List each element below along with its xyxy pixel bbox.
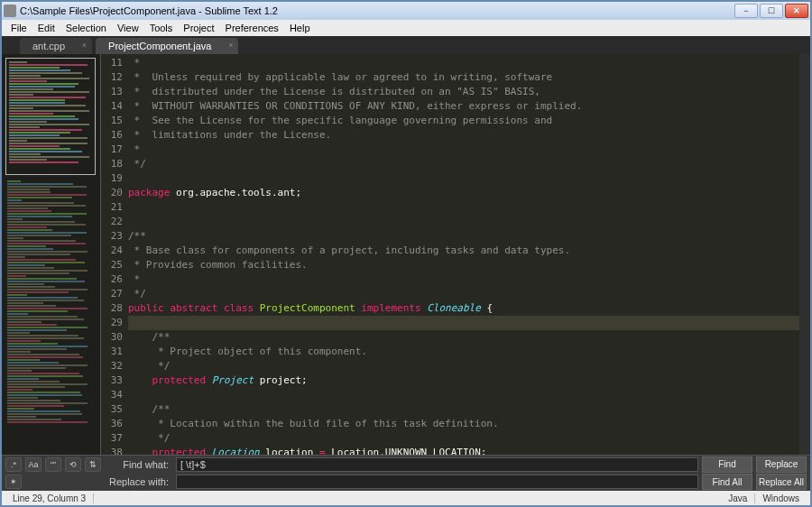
window-buttons: − ☐ ✕: [734, 4, 808, 18]
code-line[interactable]: /**: [128, 402, 799, 417]
code-editor[interactable]: 1112131415161718192021222324252627282930…: [101, 54, 810, 455]
line-number: 30: [101, 330, 128, 345]
menu-help[interactable]: Help: [284, 23, 316, 33]
code-line[interactable]: * limitations under the License.: [128, 128, 799, 143]
minimap-viewport[interactable]: [5, 58, 96, 175]
line-gutter: 1112131415161718192021222324252627282930…: [101, 54, 128, 455]
line-number: 12: [101, 70, 128, 85]
code-line[interactable]: * WITHOUT WARRANTIES OR CONDITIONS OF AN…: [128, 99, 799, 114]
menu-edit[interactable]: Edit: [32, 23, 60, 33]
line-number: 27: [101, 287, 128, 301]
code-line[interactable]: *: [128, 143, 799, 157]
line-number: 17: [101, 143, 128, 157]
wrap-toggle[interactable]: ⟲: [65, 457, 81, 472]
code-line[interactable]: */: [128, 157, 799, 171]
find-row: .* Aa “” ⟲ ⇅ Find what: Find Replace: [2, 456, 810, 474]
code-line[interactable]: protected Project project;: [128, 373, 799, 388]
code-line[interactable]: * Unless required by applicable law or a…: [128, 70, 799, 85]
line-number: 14: [101, 99, 128, 114]
menu-preferences[interactable]: Preferences: [220, 23, 284, 33]
code-line[interactable]: */: [128, 287, 799, 301]
minimap[interactable]: [2, 54, 101, 455]
code-line[interactable]: * Provides common facilities.: [128, 258, 799, 272]
line-number: 11: [101, 56, 128, 70]
find-button[interactable]: Find: [702, 456, 752, 473]
line-number: 20: [101, 186, 128, 200]
status-syntax[interactable]: Java: [721, 493, 755, 503]
code-line[interactable]: public abstract class ProjectComponent i…: [128, 301, 799, 316]
code-line[interactable]: * Base class for components of a project…: [128, 244, 799, 258]
minimize-button[interactable]: −: [734, 4, 758, 18]
line-number: 29: [101, 316, 128, 330]
replace-input[interactable]: [176, 475, 698, 489]
code-line[interactable]: [128, 171, 799, 186]
code-line[interactable]: * See the License for the specific langu…: [128, 114, 799, 128]
menu-view[interactable]: View: [112, 23, 144, 33]
line-number: 38: [101, 446, 128, 455]
code-line[interactable]: [128, 215, 799, 229]
menu-file[interactable]: File: [5, 23, 32, 33]
code-line[interactable]: [128, 200, 799, 215]
code-line[interactable]: *: [128, 272, 799, 287]
code-line[interactable]: *: [128, 56, 799, 70]
line-number: 19: [101, 171, 128, 186]
close-button[interactable]: ✕: [785, 4, 808, 18]
line-number: 31: [101, 345, 128, 359]
vertical-scrollbar[interactable]: [799, 54, 810, 455]
replace-label: Replace with:: [105, 476, 172, 487]
code-line[interactable]: * Location within the build file of this…: [128, 417, 799, 431]
line-number: 23: [101, 229, 128, 244]
tab-ant-cpp[interactable]: ant.cpp×: [20, 38, 92, 54]
line-number: 16: [101, 128, 128, 143]
app-icon: [4, 5, 16, 17]
code-line[interactable]: [128, 316, 799, 330]
code-line[interactable]: * Project object of this component.: [128, 345, 799, 359]
replace-row: ✶ Replace with: Find All Replace All: [2, 474, 810, 492]
line-number: 28: [101, 301, 128, 316]
maximize-button[interactable]: ☐: [760, 4, 783, 18]
line-number: 36: [101, 417, 128, 431]
line-number: 35: [101, 402, 128, 417]
code-line[interactable]: /**: [128, 229, 799, 244]
tabbar: ant.cpp×ProjectComponent.java×: [2, 36, 810, 54]
code-line[interactable]: protected Location location = Location.U…: [128, 446, 799, 455]
tab-close-icon[interactable]: ×: [228, 41, 233, 50]
code-line[interactable]: package org.apache.tools.ant;: [128, 186, 799, 200]
line-number: 13: [101, 85, 128, 99]
menu-tools[interactable]: Tools: [144, 23, 179, 33]
regex-toggle[interactable]: .*: [5, 457, 22, 472]
case-toggle[interactable]: Aa: [25, 457, 42, 472]
replace-button[interactable]: Replace: [756, 456, 807, 473]
statusbar: Line 29, Column 3 Java Windows: [2, 491, 810, 505]
line-number: 18: [101, 157, 128, 171]
tab-projectcomponent-java[interactable]: ProjectComponent.java×: [96, 38, 238, 54]
code-line[interactable]: * distributed under the License is distr…: [128, 85, 799, 99]
code-line[interactable]: */: [128, 431, 799, 446]
replace-all-button[interactable]: Replace All: [756, 474, 807, 490]
find-replace-panel: .* Aa “” ⟲ ⇅ Find what: Find Replace ✶ R…: [2, 455, 810, 491]
code-line[interactable]: [128, 388, 799, 402]
menu-selection[interactable]: Selection: [60, 23, 112, 33]
line-number: 32: [101, 359, 128, 373]
find-all-button[interactable]: Find All: [702, 474, 752, 490]
find-label: Find what:: [105, 459, 172, 470]
menubar: FileEditSelectionViewToolsProjectPrefere…: [2, 20, 810, 36]
find-input[interactable]: [176, 457, 698, 472]
tab-close-icon[interactable]: ×: [82, 41, 87, 50]
status-line-endings[interactable]: Windows: [755, 493, 807, 503]
code-line[interactable]: */: [128, 359, 799, 373]
line-number: 22: [101, 215, 128, 229]
app-window: C:\Sample Files\ProjectComponent.java - …: [0, 0, 812, 507]
code-content[interactable]: * * Unless required by applicable law or…: [128, 54, 799, 455]
editor-area: 1112131415161718192021222324252627282930…: [2, 54, 810, 455]
status-position[interactable]: Line 29, Column 3: [5, 493, 94, 503]
code-line[interactable]: /**: [128, 330, 799, 345]
tab-label: ProjectComponent.java: [108, 41, 211, 51]
highlight-toggle[interactable]: ✶: [5, 475, 22, 489]
menu-project[interactable]: Project: [178, 23, 219, 33]
whole-word-toggle[interactable]: “”: [45, 457, 61, 472]
line-number: 34: [101, 388, 128, 402]
titlebar[interactable]: C:\Sample Files\ProjectComponent.java - …: [2, 2, 810, 20]
in-selection-toggle[interactable]: ⇅: [85, 457, 101, 472]
window-title: C:\Sample Files\ProjectComponent.java - …: [20, 5, 734, 16]
